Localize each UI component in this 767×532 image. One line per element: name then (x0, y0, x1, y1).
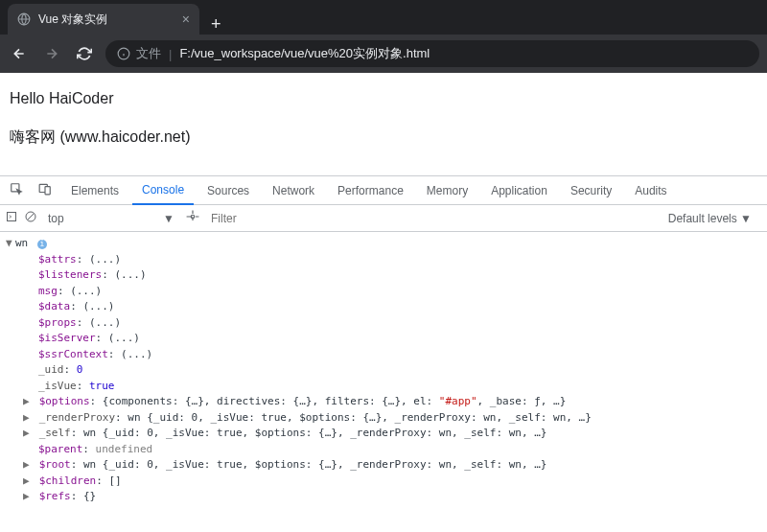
prop-row[interactable]: $data: (...) (6, 299, 761, 315)
nav-bar: 文件 | F:/vue_workspace/vue/vue%20实例对象.htm… (0, 35, 767, 73)
context-label: top (48, 212, 64, 225)
url-bar[interactable]: 文件 | F:/vue_workspace/vue/vue%20实例对象.htm… (105, 40, 759, 67)
svg-rect-6 (45, 187, 50, 195)
prop-row[interactable]: ▶ $children: [] (6, 474, 761, 490)
svg-line-9 (28, 214, 35, 220)
browser-tab[interactable]: Vue 对象实例 × (8, 4, 199, 35)
tab-application[interactable]: Application (481, 176, 557, 204)
device-icon[interactable] (33, 182, 58, 198)
clear-console-icon[interactable] (25, 211, 36, 225)
prop-row[interactable]: $props: (...) (6, 315, 761, 332)
prop-row[interactable]: ▶ _renderProxy: wn {_uid: 0, _isVue: tru… (6, 410, 761, 427)
live-expression-icon[interactable] (186, 210, 199, 226)
tab-security[interactable]: Security (561, 176, 621, 204)
chevron-down-icon: ▼ (163, 212, 174, 225)
prop-row[interactable]: ▶ $options: {components: {…}, directives… (6, 394, 761, 410)
url-divider: | (169, 47, 172, 61)
prop-row[interactable]: ▶ _self: wn {_uid: 0, _isVue: true, $opt… (6, 426, 761, 442)
tab-sources[interactable]: Sources (198, 176, 259, 204)
prop-row[interactable]: $attrs: (...) (6, 252, 761, 268)
prop-row[interactable]: $parent: undefined (6, 442, 761, 458)
forward-button[interactable] (40, 42, 63, 65)
page-content: Hello HaiCoder 嗨客网 (www.haicoder.net) (0, 73, 767, 175)
prop-row[interactable]: $ssrContext: (...) (6, 347, 761, 363)
filter-input[interactable] (207, 210, 661, 227)
devtools-filter-bar: top ▼ Default levels ▼ (0, 205, 767, 232)
prop-row[interactable]: $isServer: (...) (6, 331, 761, 347)
page-line-1: Hello HaiCoder (10, 86, 757, 111)
close-icon[interactable]: × (182, 12, 190, 27)
log-levels[interactable]: Default levels ▼ (668, 212, 761, 225)
tab-console[interactable]: Console (132, 177, 194, 205)
console-toggle-icon[interactable] (6, 211, 17, 225)
tab-elements[interactable]: Elements (61, 176, 128, 204)
tab-bar: Vue 对象实例 × + (0, 0, 767, 35)
prop-row[interactable]: _isVue: true (6, 379, 761, 395)
tab-performance[interactable]: Performance (328, 176, 413, 204)
tab-title: Vue 对象实例 (38, 12, 174, 28)
new-tab-button[interactable]: + (199, 14, 233, 35)
tab-audits[interactable]: Audits (625, 176, 676, 204)
back-button[interactable] (8, 42, 31, 65)
reload-button[interactable] (73, 42, 96, 65)
console-object-header[interactable]: ▼wn i (6, 236, 761, 252)
tab-network[interactable]: Network (263, 176, 324, 204)
info-icon[interactable]: i (37, 240, 47, 249)
prop-row[interactable]: msg: (...) (6, 284, 761, 300)
prop-row[interactable]: _uid: 0 (6, 362, 761, 379)
url-path: F:/vue_workspace/vue/vue%20实例对象.html (179, 45, 430, 62)
execution-context[interactable]: top ▼ (44, 212, 178, 225)
info-icon[interactable]: 文件 (117, 45, 161, 62)
devtools-tabs: Elements Console Sources Network Perform… (0, 176, 767, 205)
url-info-label: 文件 (136, 45, 161, 62)
tab-memory[interactable]: Memory (417, 176, 477, 204)
prop-row[interactable]: ▶ $refs: {} (6, 489, 761, 505)
globe-icon (17, 12, 31, 26)
inspect-icon[interactable] (4, 182, 29, 198)
console-output: ▼wn i $attrs: (...) $listeners: (...) ms… (0, 232, 767, 509)
devtools: Elements Console Sources Network Perform… (0, 175, 767, 509)
page-line-2: 嗨客网 (www.haicoder.net) (10, 125, 757, 150)
prop-row[interactable]: $listeners: (...) (6, 267, 761, 284)
prop-row[interactable]: ▶ $root: wn {_uid: 0, _isVue: true, $opt… (6, 457, 761, 474)
